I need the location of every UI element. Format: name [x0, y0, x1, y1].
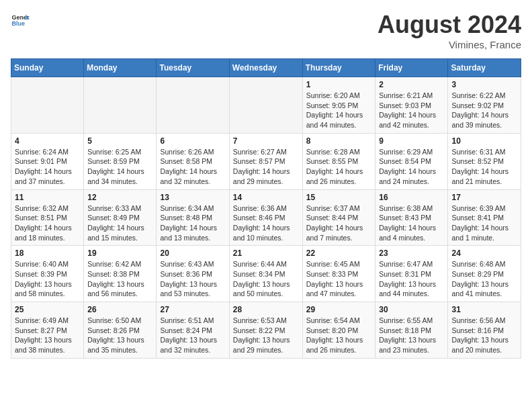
day-number: 7: [233, 136, 299, 146]
calendar-cell: 25Sunrise: 6:49 AMSunset: 8:27 PMDayligh…: [11, 302, 84, 359]
calendar-week-1: 1Sunrise: 6:20 AMSunset: 9:05 PMDaylight…: [11, 77, 521, 134]
day-number: 17: [451, 193, 517, 202]
page-header: General Blue August 2024 Vimines, France: [11, 11, 521, 50]
calendar-cell: 14Sunrise: 6:36 AMSunset: 8:46 PMDayligh…: [229, 189, 302, 246]
calendar-location: Vimines, France: [378, 39, 521, 50]
day-number: 12: [87, 193, 152, 202]
header-row: Sunday Monday Tuesday Wednesday Thursday…: [11, 59, 521, 77]
day-info: Sunrise: 6:47 AMSunset: 8:31 PMDaylight:…: [379, 259, 444, 299]
day-info: Sunrise: 6:24 AMSunset: 9:01 PMDaylight:…: [15, 147, 80, 187]
calendar-week-2: 4Sunrise: 6:24 AMSunset: 9:01 PMDaylight…: [11, 133, 521, 189]
calendar-week-4: 18Sunrise: 6:40 AMSunset: 8:39 PMDayligh…: [11, 246, 521, 302]
day-number: 31: [451, 305, 517, 314]
day-number: 16: [379, 193, 444, 202]
day-number: 14: [233, 193, 299, 202]
day-info: Sunrise: 6:45 AMSunset: 8:33 PMDaylight:…: [306, 259, 372, 299]
day-info: Sunrise: 6:32 AMSunset: 8:51 PMDaylight:…: [15, 203, 80, 243]
day-number: 18: [15, 248, 80, 258]
title-block: August 2024 Vimines, France: [378, 11, 521, 50]
day-info: Sunrise: 6:48 AMSunset: 8:29 PMDaylight:…: [451, 259, 517, 299]
calendar-cell: 18Sunrise: 6:40 AMSunset: 8:39 PMDayligh…: [11, 246, 84, 302]
day-info: Sunrise: 6:40 AMSunset: 8:39 PMDaylight:…: [15, 259, 80, 299]
day-info: Sunrise: 6:44 AMSunset: 8:34 PMDaylight:…: [233, 259, 299, 299]
calendar-body: 1Sunrise: 6:20 AMSunset: 9:05 PMDaylight…: [11, 77, 521, 359]
col-saturday: Saturday: [448, 59, 521, 77]
calendar-cell: 27Sunrise: 6:51 AMSunset: 8:24 PMDayligh…: [157, 302, 229, 359]
day-info: Sunrise: 6:54 AMSunset: 8:20 PMDaylight:…: [306, 316, 372, 355]
day-info: Sunrise: 6:42 AMSunset: 8:38 PMDaylight:…: [87, 259, 152, 299]
calendar-cell: 5Sunrise: 6:25 AMSunset: 8:59 PMDaylight…: [84, 133, 157, 189]
calendar-cell: 17Sunrise: 6:39 AMSunset: 8:41 PMDayligh…: [448, 189, 521, 246]
day-number: 28: [233, 305, 299, 314]
calendar-cell: [84, 77, 157, 134]
day-number: 2: [379, 80, 444, 89]
day-info: Sunrise: 6:36 AMSunset: 8:46 PMDaylight:…: [233, 203, 299, 243]
day-info: Sunrise: 6:49 AMSunset: 8:27 PMDaylight:…: [15, 316, 80, 355]
day-number: 30: [379, 305, 444, 314]
calendar-week-5: 25Sunrise: 6:49 AMSunset: 8:27 PMDayligh…: [11, 302, 521, 359]
calendar-cell: 9Sunrise: 6:29 AMSunset: 8:54 PMDaylight…: [375, 133, 448, 189]
logo: General Blue: [11, 11, 30, 30]
day-number: 22: [306, 248, 372, 258]
calendar-cell: 19Sunrise: 6:42 AMSunset: 8:38 PMDayligh…: [84, 246, 157, 302]
calendar-cell: 22Sunrise: 6:45 AMSunset: 8:33 PMDayligh…: [302, 246, 375, 302]
day-info: Sunrise: 6:27 AMSunset: 8:57 PMDaylight:…: [233, 147, 299, 187]
calendar-header: Sunday Monday Tuesday Wednesday Thursday…: [11, 59, 521, 77]
day-info: Sunrise: 6:29 AMSunset: 8:54 PMDaylight:…: [379, 147, 444, 187]
day-info: Sunrise: 6:53 AMSunset: 8:22 PMDaylight:…: [233, 316, 299, 355]
calendar-cell: 20Sunrise: 6:43 AMSunset: 8:36 PMDayligh…: [157, 246, 229, 302]
day-info: Sunrise: 6:39 AMSunset: 8:41 PMDaylight:…: [451, 203, 517, 243]
day-number: 9: [379, 136, 444, 146]
calendar-cell: 26Sunrise: 6:50 AMSunset: 8:26 PMDayligh…: [84, 302, 157, 359]
day-number: 20: [160, 248, 225, 258]
day-info: Sunrise: 6:43 AMSunset: 8:36 PMDaylight:…: [160, 259, 225, 299]
calendar-cell: 24Sunrise: 6:48 AMSunset: 8:29 PMDayligh…: [448, 246, 521, 302]
calendar-week-3: 11Sunrise: 6:32 AMSunset: 8:51 PMDayligh…: [11, 189, 521, 246]
day-number: 19: [87, 248, 152, 258]
day-info: Sunrise: 6:25 AMSunset: 8:59 PMDaylight:…: [87, 147, 152, 187]
day-info: Sunrise: 6:26 AMSunset: 8:58 PMDaylight:…: [160, 147, 225, 187]
calendar-cell: 10Sunrise: 6:31 AMSunset: 8:52 PMDayligh…: [448, 133, 521, 189]
day-number: 1: [306, 80, 372, 89]
generalblue-icon: General Blue: [11, 11, 30, 30]
day-number: 25: [15, 305, 80, 314]
day-info: Sunrise: 6:37 AMSunset: 8:44 PMDaylight:…: [306, 203, 372, 243]
calendar-cell: 29Sunrise: 6:54 AMSunset: 8:20 PMDayligh…: [302, 302, 375, 359]
col-thursday: Thursday: [302, 59, 375, 77]
calendar-cell: 2Sunrise: 6:21 AMSunset: 9:03 PMDaylight…: [375, 77, 448, 134]
col-friday: Friday: [375, 59, 448, 77]
calendar-cell: 7Sunrise: 6:27 AMSunset: 8:57 PMDaylight…: [229, 133, 302, 189]
day-number: 8: [306, 136, 372, 146]
day-number: 23: [379, 248, 444, 258]
day-info: Sunrise: 6:51 AMSunset: 8:24 PMDaylight:…: [160, 316, 225, 355]
calendar-cell: 23Sunrise: 6:47 AMSunset: 8:31 PMDayligh…: [375, 246, 448, 302]
calendar-cell: 1Sunrise: 6:20 AMSunset: 9:05 PMDaylight…: [302, 77, 375, 134]
day-info: Sunrise: 6:22 AMSunset: 9:02 PMDaylight:…: [451, 91, 517, 130]
calendar-cell: [11, 77, 84, 134]
calendar-cell: [157, 77, 229, 134]
day-info: Sunrise: 6:33 AMSunset: 8:49 PMDaylight:…: [87, 203, 152, 243]
day-number: 24: [451, 248, 517, 258]
day-info: Sunrise: 6:31 AMSunset: 8:52 PMDaylight:…: [451, 147, 517, 187]
calendar-title: August 2024: [378, 11, 521, 39]
day-number: 26: [87, 305, 152, 314]
day-info: Sunrise: 6:56 AMSunset: 8:16 PMDaylight:…: [451, 316, 517, 355]
day-info: Sunrise: 6:21 AMSunset: 9:03 PMDaylight:…: [379, 91, 444, 130]
day-number: 3: [451, 80, 517, 89]
col-tuesday: Tuesday: [157, 59, 229, 77]
day-info: Sunrise: 6:50 AMSunset: 8:26 PMDaylight:…: [87, 316, 152, 355]
calendar-cell: 16Sunrise: 6:38 AMSunset: 8:43 PMDayligh…: [375, 189, 448, 246]
day-info: Sunrise: 6:38 AMSunset: 8:43 PMDaylight:…: [379, 203, 444, 243]
calendar-cell: 12Sunrise: 6:33 AMSunset: 8:49 PMDayligh…: [84, 189, 157, 246]
calendar-cell: 15Sunrise: 6:37 AMSunset: 8:44 PMDayligh…: [302, 189, 375, 246]
day-number: 10: [451, 136, 517, 146]
calendar-cell: 21Sunrise: 6:44 AMSunset: 8:34 PMDayligh…: [229, 246, 302, 302]
col-monday: Monday: [84, 59, 157, 77]
day-number: 4: [15, 136, 80, 146]
day-number: 11: [15, 193, 80, 202]
day-number: 5: [87, 136, 152, 146]
calendar-cell: 28Sunrise: 6:53 AMSunset: 8:22 PMDayligh…: [229, 302, 302, 359]
calendar-cell: [229, 77, 302, 134]
calendar-cell: 4Sunrise: 6:24 AMSunset: 9:01 PMDaylight…: [11, 133, 84, 189]
calendar-cell: 8Sunrise: 6:28 AMSunset: 8:55 PMDaylight…: [302, 133, 375, 189]
